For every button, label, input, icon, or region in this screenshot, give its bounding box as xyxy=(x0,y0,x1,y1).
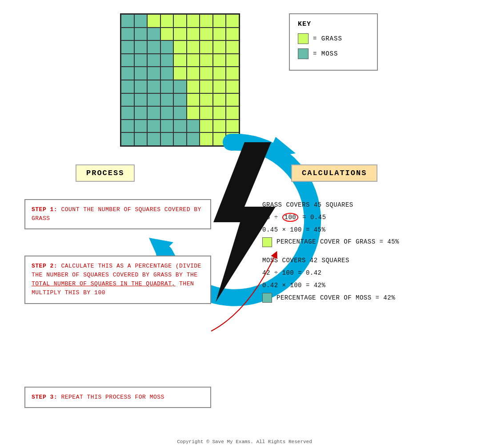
grass-pct-row: PERCENTAGE COVER OF GRASS = 45% xyxy=(262,237,471,248)
quadrat-cell xyxy=(147,14,160,28)
grass-label: = GRASS xyxy=(313,35,342,42)
circled-100: 100 xyxy=(282,213,299,222)
quadrat-cell xyxy=(121,14,134,28)
quadrat-cell xyxy=(160,132,174,146)
quadrat-cell xyxy=(160,93,174,107)
quadrat-cell xyxy=(226,14,239,28)
quadrat-cell xyxy=(187,14,200,28)
quadrat-cell xyxy=(226,28,239,41)
quadrat-cell xyxy=(187,93,200,107)
quadrat-cell xyxy=(160,80,174,93)
quadrat-cell xyxy=(187,40,200,54)
key-grass-row: = GRASS xyxy=(298,33,369,44)
step2-label: STEP 2: xyxy=(32,263,61,269)
quadrat-cell xyxy=(147,40,160,54)
quadrat-cell xyxy=(160,67,174,80)
quadrat-grid xyxy=(120,13,240,147)
calculations-content: GRASS COVERS 45 SQUARES 45 ÷ 100 = 0.45 … xyxy=(262,200,471,311)
grass-div-line: 45 ÷ 100 = 0.45 xyxy=(262,212,471,223)
process-label: PROCESS xyxy=(76,164,135,182)
quadrat-cell xyxy=(147,132,160,146)
quadrat-cell xyxy=(213,14,226,28)
quadrat-cell xyxy=(147,120,160,133)
quadrat-cell xyxy=(187,28,200,41)
quadrat-cell xyxy=(134,14,148,28)
quadrat-cell xyxy=(226,67,239,80)
quadrat-cell xyxy=(147,54,160,67)
quadrat-cell xyxy=(173,40,187,54)
moss-swatch xyxy=(298,48,309,59)
svg-marker-1 xyxy=(149,238,173,258)
svg-marker-0 xyxy=(267,137,296,158)
step1-box: STEP 1: COUNT THE NUMBER OF SQUARES COVE… xyxy=(24,199,211,229)
quadrat-cell xyxy=(134,80,148,93)
quadrat-cell xyxy=(134,54,148,67)
quadrat-cell xyxy=(121,40,134,54)
quadrat-cell xyxy=(121,67,134,80)
quadrat-cell xyxy=(121,28,134,41)
quadrat-cell xyxy=(121,120,134,133)
grass-mult-line: 0.45 × 100 = 45% xyxy=(262,225,471,236)
step2-box: STEP 2: CALCULATE THIS AS A PERCENTAGE (… xyxy=(24,256,211,304)
quadrat-cell xyxy=(160,40,174,54)
moss-squares-line: MOSS COVERS 42 SQUARES xyxy=(262,256,471,266)
quadrat-cell xyxy=(121,93,134,107)
quadrat-cell xyxy=(226,132,239,146)
quadrat-cell xyxy=(226,40,239,54)
quadrat-cell xyxy=(121,132,134,146)
quadrat-cell xyxy=(121,106,134,120)
quadrat-cell xyxy=(200,120,213,133)
quadrat-cell xyxy=(147,106,160,120)
quadrat-cell xyxy=(160,54,174,67)
quadrat-cell xyxy=(200,40,213,54)
quadrat-cell xyxy=(134,93,148,107)
quadrat-cell xyxy=(187,120,200,133)
quadrat-cell xyxy=(213,80,226,93)
quadrat-cell xyxy=(187,80,200,93)
grass-swatch xyxy=(298,33,309,44)
quadrat-cell xyxy=(134,132,148,146)
quadrat-cell xyxy=(121,54,134,67)
key-title: KEY xyxy=(298,20,369,28)
step1-label: STEP 1: xyxy=(32,206,61,213)
quadrat-cell xyxy=(160,120,174,133)
quadrat-cell xyxy=(187,132,200,146)
quadrat-cell xyxy=(200,93,213,107)
moss-mult-line: 0.42 × 100 = 42% xyxy=(262,280,471,291)
key-moss-row: = MOSS xyxy=(298,48,369,59)
quadrat-cell xyxy=(213,54,226,67)
quadrat-cell xyxy=(147,67,160,80)
step2-underline: TOTAL NUMBER OF SQUARES IN THE QUADRAT, xyxy=(32,280,176,287)
quadrat-cell xyxy=(200,54,213,67)
grass-pct-text: PERCENTAGE COVER OF GRASS = 45% xyxy=(277,237,399,248)
quadrat-cell xyxy=(147,28,160,41)
quadrat-cell xyxy=(173,132,187,146)
quadrat-cell xyxy=(147,93,160,107)
step3-box: STEP 3: REPEAT THIS PROCESS FOR MOSS xyxy=(24,387,211,408)
quadrat-cell xyxy=(173,54,187,67)
quadrat-cell xyxy=(200,106,213,120)
quadrat-cell xyxy=(226,93,239,107)
moss-pct-text: PERCENTAGE COVER OF MOSS = 42% xyxy=(277,293,395,304)
quadrat-cell xyxy=(213,28,226,41)
quadrat-cell xyxy=(134,28,148,41)
copyright: Copyright © Save My Exams. All Rights Re… xyxy=(0,439,489,444)
quadrat-cell xyxy=(160,28,174,41)
quadrat-cell xyxy=(134,120,148,133)
quadrat-cell xyxy=(200,132,213,146)
quadrat-cell xyxy=(213,40,226,54)
quadrat-cell xyxy=(134,106,148,120)
quadrat-cell xyxy=(160,14,174,28)
moss-label: = MOSS xyxy=(313,50,338,57)
quadrat-cell xyxy=(173,67,187,80)
quadrat-cell xyxy=(187,106,200,120)
moss-calc-section: MOSS COVERS 42 SQUARES 42 ÷ 100 = 0.42 0… xyxy=(262,256,471,303)
quadrat-cell xyxy=(121,80,134,93)
grass-pct-swatch xyxy=(262,237,272,247)
quadrat-cell xyxy=(200,14,213,28)
quadrat-cell xyxy=(160,106,174,120)
quadrat-cell xyxy=(187,54,200,67)
grass-calc-section: GRASS COVERS 45 SQUARES 45 ÷ 100 = 0.45 … xyxy=(262,200,471,248)
step3-label: STEP 3: xyxy=(32,394,61,400)
step3-text: REPEAT THIS PROCESS FOR MOSS xyxy=(61,394,164,400)
